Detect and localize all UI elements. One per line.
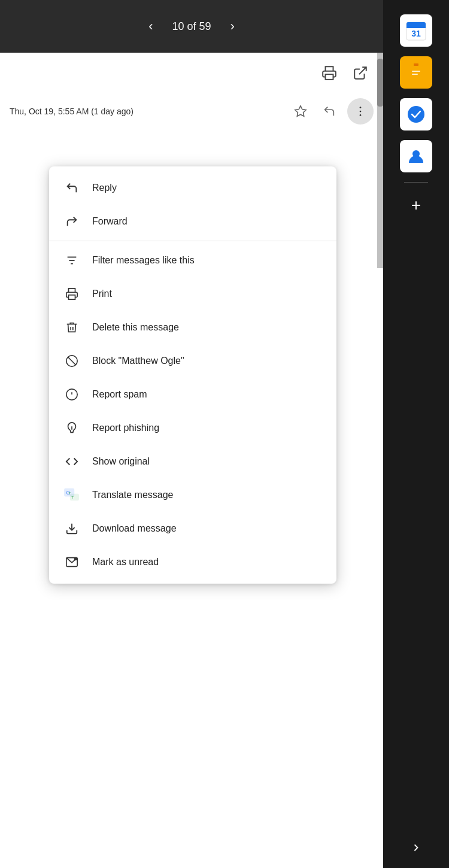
menu-label-unread: Mark as unread [92, 557, 159, 567]
print-toolbar-button[interactable] [318, 62, 340, 84]
svg-line-1 [359, 67, 366, 74]
more-options-button[interactable] [347, 98, 374, 125]
menu-divider-1 [49, 241, 336, 241]
block-icon [63, 353, 80, 369]
svg-rect-31 [412, 71, 420, 72]
open-new-window-button[interactable] [350, 62, 371, 84]
sidebar-item-tasks[interactable] [400, 98, 432, 130]
menu-label-phishing: Report phishing [92, 423, 159, 433]
reply-icon [63, 180, 80, 196]
code-icon [63, 453, 80, 470]
svg-point-3 [360, 107, 362, 108]
menu-label-original: Show original [92, 456, 150, 467]
email-header: Thu, Oct 19, 5:55 AM (1 day ago) [0, 93, 383, 129]
svg-text:31: 31 [411, 29, 421, 38]
menu-item-reply[interactable]: Reply [49, 171, 336, 205]
sidebar-add-button[interactable]: + [403, 192, 429, 218]
download-icon [63, 520, 80, 537]
menu-item-block[interactable]: Block "Matthew Ogle" [49, 344, 336, 378]
phishing-icon [63, 420, 80, 436]
svg-rect-32 [412, 74, 418, 75]
email-toolbar [0, 53, 383, 93]
menu-item-unread[interactable]: Mark as unread [49, 545, 336, 579]
email-date: Thu, Oct 19, 5:55 AM (1 day ago) [10, 107, 283, 116]
spam-icon [63, 386, 80, 403]
sidebar-expand-button[interactable] [405, 837, 427, 858]
scrollbar-thumb[interactable] [377, 59, 383, 107]
menu-label-translate: Translate message [92, 490, 173, 500]
star-button[interactable] [290, 101, 311, 122]
print-icon [63, 286, 80, 302]
menu-item-translate[interactable]: G T T Translate message [49, 478, 336, 512]
menu-item-filter[interactable]: Filter messages like this [49, 244, 336, 277]
sidebar-item-keep[interactable] [400, 56, 432, 89]
trash-icon [63, 319, 80, 336]
svg-marker-2 [295, 106, 306, 116]
svg-text:T: T [71, 495, 74, 499]
mark-unread-icon [63, 554, 80, 570]
scrollbar-track[interactable] [377, 53, 383, 268]
svg-rect-0 [326, 74, 333, 80]
svg-rect-9 [69, 295, 75, 299]
svg-line-11 [68, 357, 76, 365]
menu-label-delete: Delete this message [92, 322, 179, 333]
menu-label-download: Download message [92, 523, 177, 534]
sidebar-item-contacts[interactable] [400, 140, 432, 172]
menu-item-delete[interactable]: Delete this message [49, 311, 336, 344]
email-content-area: Thu, Oct 19, 5:55 AM (1 day ago) [0, 53, 383, 868]
menu-item-download[interactable]: Download message [49, 512, 336, 545]
svg-rect-26 [406, 26, 426, 28]
prev-button[interactable]: ‹ [144, 14, 157, 39]
menu-item-spam[interactable]: Report spam [49, 378, 336, 411]
next-button[interactable]: › [226, 14, 239, 39]
menu-item-original[interactable]: Show original [49, 445, 336, 478]
sidebar-item-calendar[interactable]: 31 [400, 14, 432, 47]
menu-label-spam: Report spam [92, 389, 147, 400]
menu-label-print: Print [92, 289, 112, 299]
context-menu: Reply Forward Filter messages l [49, 166, 336, 584]
svg-point-23 [74, 557, 78, 561]
menu-label-forward: Forward [92, 216, 128, 227]
svg-point-5 [360, 114, 362, 116]
plus-icon: + [411, 197, 421, 214]
reply-header-button[interactable] [318, 101, 340, 122]
top-bar: ‹ 10 of 59 › [0, 0, 383, 53]
right-sidebar: 31 + [383, 0, 449, 868]
menu-item-forward[interactable]: Forward [49, 205, 336, 238]
forward-icon [63, 213, 80, 230]
translate-icon: G T T [63, 487, 80, 503]
sidebar-divider [404, 182, 428, 183]
menu-label-filter: Filter messages like this [92, 255, 195, 266]
menu-item-phishing[interactable]: Report phishing [49, 411, 336, 445]
menu-label-block: Block "Matthew Ogle" [92, 356, 184, 366]
email-counter: 10 of 59 [172, 20, 211, 33]
svg-point-33 [408, 106, 424, 123]
filter-icon [63, 252, 80, 269]
svg-rect-30 [409, 66, 423, 68]
menu-label-reply: Reply [92, 183, 117, 193]
svg-point-4 [360, 111, 362, 113]
menu-item-print[interactable]: Print [49, 277, 336, 311]
